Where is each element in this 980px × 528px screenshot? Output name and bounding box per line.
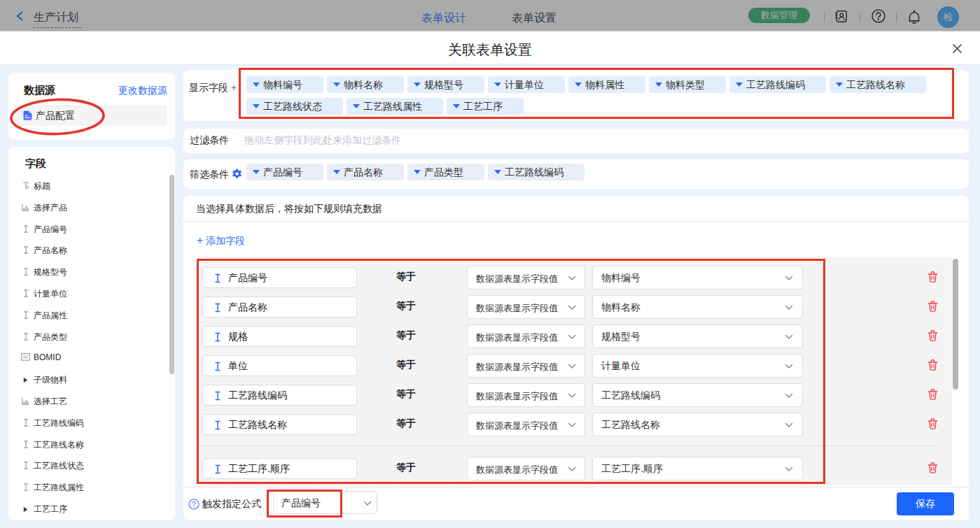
svg-text:?: ? xyxy=(192,501,196,508)
